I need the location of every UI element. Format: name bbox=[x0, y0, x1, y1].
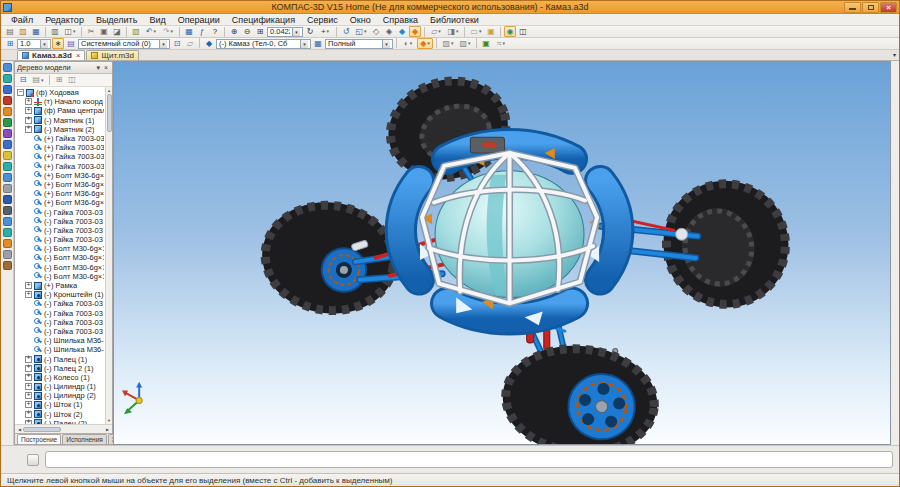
undo-icon[interactable]: ↶ bbox=[143, 26, 159, 37]
menu-specification[interactable]: Спецификация bbox=[226, 15, 301, 25]
expand-icon[interactable] bbox=[25, 328, 32, 335]
section-view-icon[interactable]: ◨ bbox=[445, 26, 461, 37]
measure-icon[interactable] bbox=[3, 151, 12, 160]
tree-item[interactable]: (+) Гайка 7003-03 bbox=[17, 143, 104, 152]
title-bar[interactable]: КОМПАС-3D V15 Home (Не для коммерческого… bbox=[1, 1, 899, 14]
viewport-3d[interactable] bbox=[113, 61, 891, 445]
model-3d-kamaz[interactable] bbox=[114, 62, 890, 444]
expand-icon[interactable] bbox=[25, 163, 32, 170]
tree-item[interactable]: (ф) Ходовая bbox=[17, 88, 104, 97]
layer-settings-icon[interactable]: ⊡ bbox=[171, 38, 183, 49]
zoom-in-icon[interactable]: ⊕ bbox=[228, 26, 240, 37]
menu-editor[interactable]: Редактор bbox=[39, 15, 90, 25]
tree-item[interactable]: (+) Гайка 7003-03 bbox=[17, 162, 104, 171]
scroll-right-icon[interactable]: ▶ bbox=[104, 427, 111, 432]
minimize-button[interactable] bbox=[844, 2, 861, 13]
editing-icon[interactable] bbox=[3, 129, 12, 138]
print-icon[interactable]: ▥ bbox=[49, 26, 61, 37]
tree-item[interactable]: (+) Болт М36-6g× bbox=[17, 171, 104, 180]
expand-icon[interactable] bbox=[25, 411, 32, 418]
tree-item[interactable]: (-) Гайка 7003-03 bbox=[17, 207, 104, 216]
dimensions-icon[interactable] bbox=[3, 96, 12, 105]
expand-icon[interactable] bbox=[25, 291, 32, 298]
tree-item[interactable]: (-) Маятник (1) bbox=[17, 116, 104, 125]
collision-check-icon[interactable]: ≈ bbox=[493, 38, 509, 49]
expand-icon[interactable] bbox=[25, 227, 32, 234]
tree-item[interactable]: (-) Гайка 7003-03 bbox=[17, 235, 104, 244]
reports-icon[interactable] bbox=[3, 184, 12, 193]
line-width-combo[interactable]: 1.0▾ bbox=[17, 39, 51, 49]
expand-icon[interactable] bbox=[25, 282, 32, 289]
chevron-down-icon[interactable]: ▾ bbox=[300, 40, 308, 48]
filters-icon[interactable] bbox=[3, 250, 12, 259]
tree-item[interactable]: (+) Болт М36-6g× bbox=[17, 198, 104, 207]
zoom-area-icon[interactable]: ⊞ bbox=[254, 26, 266, 37]
tree-item[interactable]: (-) Болт М30-6g×1 bbox=[17, 253, 104, 262]
auxiliary-geometry-icon[interactable] bbox=[3, 239, 12, 248]
component-properties-icon[interactable]: ▦ bbox=[312, 38, 324, 49]
scroll-up-icon[interactable]: ▲ bbox=[107, 87, 111, 94]
assembly-check-icon[interactable]: ▣ bbox=[480, 38, 492, 49]
hidden-lines-icon[interactable]: ◈ bbox=[383, 26, 395, 37]
tab-list-dropdown-icon[interactable]: ▾ bbox=[893, 51, 896, 58]
orientation-icon[interactable]: ◱ bbox=[353, 26, 369, 37]
tree-tab-versions[interactable]: Исполнения bbox=[62, 434, 107, 444]
message-field[interactable] bbox=[45, 451, 893, 468]
array-icon[interactable] bbox=[3, 217, 12, 226]
close-tab-icon[interactable]: × bbox=[76, 51, 81, 60]
zoom-scale-combo[interactable]: 0.0422▾ bbox=[267, 27, 303, 37]
simplified-view-icon[interactable]: ▱ bbox=[428, 26, 444, 37]
edit-filter-icon[interactable]: ◆ bbox=[417, 38, 433, 49]
scroll-left-icon[interactable]: ◀ bbox=[16, 427, 23, 432]
component-combo[interactable]: (-) Камаз (Тел-0, Сб▾ bbox=[216, 39, 311, 49]
expand-icon[interactable] bbox=[25, 374, 32, 381]
open-icon[interactable]: ▨ bbox=[17, 26, 29, 37]
tree-item[interactable]: (-) Палец (2) bbox=[17, 419, 104, 424]
expand-icon[interactable] bbox=[25, 135, 32, 142]
expand-icon[interactable] bbox=[25, 190, 32, 197]
tree-item[interactable]: (+) Болт М36-6g× bbox=[17, 189, 104, 198]
tree-item[interactable]: (-) Гайка 7003-03 bbox=[17, 226, 104, 235]
copy-icon[interactable]: ▣ bbox=[98, 26, 110, 37]
tree-filter-icon[interactable]: ▤ bbox=[30, 75, 46, 86]
chevron-down-icon[interactable]: ▾ bbox=[159, 40, 167, 48]
tab-kamaz-a3d[interactable]: Камаз.a3d × bbox=[17, 50, 85, 60]
expand-icon[interactable] bbox=[25, 392, 32, 399]
dimensions-3d-icon[interactable]: ◫ bbox=[517, 26, 529, 37]
scrollbar-thumb[interactable] bbox=[23, 427, 61, 432]
tree-item[interactable]: (-) Болт М30-6g×1 bbox=[17, 272, 104, 281]
tree-item[interactable]: (-) Палец 2 (1) bbox=[17, 364, 104, 373]
geometry-icon[interactable] bbox=[3, 85, 12, 94]
specification-icon[interactable] bbox=[3, 173, 12, 182]
tree-horizontal-scrollbar[interactable]: ◀ ▶ bbox=[15, 424, 112, 433]
zoom-out-icon[interactable]: ⊖ bbox=[241, 26, 253, 37]
layer-combo[interactable]: Системный слой (0)▾ bbox=[78, 39, 170, 49]
expand-icon[interactable] bbox=[25, 107, 32, 114]
expand-icon[interactable] bbox=[25, 273, 32, 280]
expand-icon[interactable] bbox=[25, 346, 32, 353]
tree-tab-construction[interactable]: Построение bbox=[17, 434, 61, 444]
tire-rear-right[interactable] bbox=[653, 171, 798, 317]
relations-view-icon[interactable]: ⊞ bbox=[53, 75, 65, 86]
new-document-icon[interactable]: ▤ bbox=[4, 26, 16, 37]
construction-icon[interactable] bbox=[3, 195, 12, 204]
print-preview-icon[interactable]: ◫ bbox=[62, 26, 78, 37]
tree-item[interactable]: (-) Гайка 7003-03 bbox=[17, 327, 104, 336]
expand-icon[interactable] bbox=[25, 356, 32, 363]
tree-item[interactable]: (-) Болт М30-6g×1 bbox=[17, 244, 104, 253]
expand-icon[interactable] bbox=[25, 319, 32, 326]
expand-icon[interactable] bbox=[25, 181, 32, 188]
tree-item[interactable]: (-) Кронштейн (1) bbox=[17, 290, 104, 299]
expand-icon[interactable] bbox=[25, 300, 32, 307]
expand-icon[interactable] bbox=[25, 401, 32, 408]
layers-icon[interactable]: ▤ bbox=[65, 38, 77, 49]
display-mode-combo[interactable]: Полный▾ bbox=[325, 39, 393, 49]
tree-item[interactable]: (-) Шток (2) bbox=[17, 410, 104, 419]
expand-icon[interactable] bbox=[25, 337, 32, 344]
pin-icon[interactable]: ▾ bbox=[94, 64, 102, 72]
component-icon[interactable]: ◆ bbox=[203, 38, 215, 49]
selection-filter-icon[interactable]: ◐ bbox=[400, 38, 416, 49]
tree-item[interactable]: (+) Болт М36-6g× bbox=[17, 180, 104, 189]
copy-properties-icon[interactable]: ▧ bbox=[130, 26, 142, 37]
scrollbar-thumb[interactable] bbox=[107, 94, 112, 132]
